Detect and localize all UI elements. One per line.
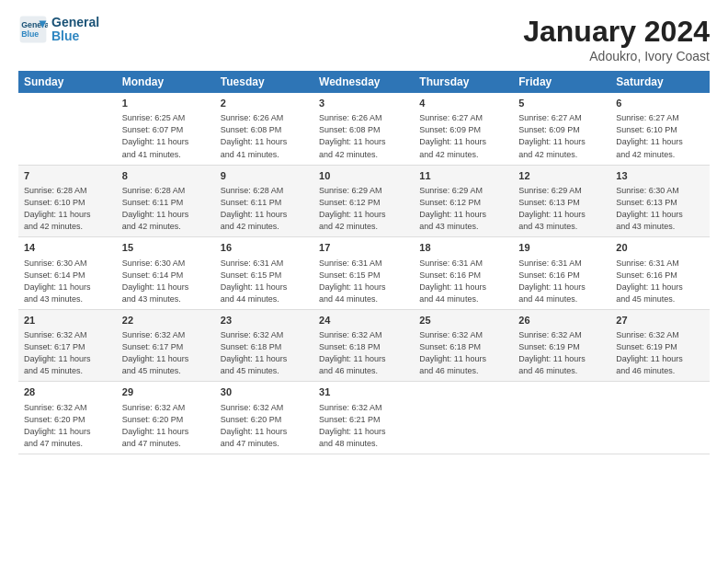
day-info: Sunrise: 6:29 AMSunset: 6:12 PMDaylight:…: [319, 185, 408, 233]
day-info: Sunrise: 6:32 AMSunset: 6:18 PMDaylight:…: [319, 329, 408, 377]
day-number: 14: [24, 241, 111, 255]
day-info: Sunrise: 6:30 AMSunset: 6:14 PMDaylight:…: [122, 258, 210, 305]
day-number: 20: [616, 241, 704, 255]
location: Adoukro, Ivory Coast: [523, 49, 710, 63]
calendar-cell: 27Sunrise: 6:32 AMSunset: 6:19 PMDayligh…: [610, 309, 710, 382]
weekday-header-wednesday: Wednesday: [313, 71, 414, 93]
calendar-cell: 21Sunrise: 6:32 AMSunset: 6:17 PMDayligh…: [18, 309, 117, 382]
day-number: 7: [24, 169, 111, 183]
day-number: 2: [221, 97, 308, 110]
day-info: Sunrise: 6:32 AMSunset: 6:19 PMDaylight:…: [616, 329, 704, 377]
calendar-cell: 1Sunrise: 6:25 AMSunset: 6:07 PMDaylight…: [117, 93, 215, 165]
day-number: 15: [122, 241, 210, 255]
day-number: 22: [122, 314, 210, 327]
day-info: Sunrise: 6:29 AMSunset: 6:13 PMDaylight:…: [518, 185, 605, 233]
weekday-header-row: SundayMondayTuesdayWednesdayThursdayFrid…: [18, 71, 710, 93]
day-number: 30: [221, 385, 308, 399]
day-info: Sunrise: 6:26 AMSunset: 6:08 PMDaylight:…: [319, 112, 408, 160]
weekday-header-thursday: Thursday: [414, 71, 513, 93]
calendar-cell: 30Sunrise: 6:32 AMSunset: 6:20 PMDayligh…: [215, 382, 313, 454]
page: General Blue General Blue January 2024 A…: [0, 0, 728, 469]
day-info: Sunrise: 6:27 AMSunset: 6:09 PMDaylight:…: [419, 112, 507, 160]
calendar-cell: 17Sunrise: 6:31 AMSunset: 6:15 PMDayligh…: [313, 237, 414, 310]
day-info: Sunrise: 6:28 AMSunset: 6:11 PMDaylight:…: [122, 185, 210, 233]
calendar-cell: 14Sunrise: 6:30 AMSunset: 6:14 PMDayligh…: [18, 237, 117, 310]
day-number: 28: [24, 385, 111, 399]
calendar-cell: 25Sunrise: 6:32 AMSunset: 6:18 PMDayligh…: [414, 309, 513, 382]
calendar-cell: 22Sunrise: 6:32 AMSunset: 6:17 PMDayligh…: [117, 309, 215, 382]
day-number: 31: [319, 385, 408, 399]
day-info: Sunrise: 6:32 AMSunset: 6:18 PMDaylight:…: [419, 329, 507, 377]
calendar-cell: 2Sunrise: 6:26 AMSunset: 6:08 PMDaylight…: [215, 93, 313, 165]
calendar-cell: 15Sunrise: 6:30 AMSunset: 6:14 PMDayligh…: [117, 237, 215, 310]
day-number: 19: [518, 241, 605, 255]
day-number: 21: [24, 314, 111, 327]
day-number: 9: [221, 169, 308, 183]
month-title: January 2024: [523, 15, 710, 49]
day-info: Sunrise: 6:31 AMSunset: 6:16 PMDaylight:…: [616, 258, 704, 305]
calendar-cell: 10Sunrise: 6:29 AMSunset: 6:12 PMDayligh…: [313, 165, 414, 237]
day-info: Sunrise: 6:28 AMSunset: 6:11 PMDaylight:…: [221, 185, 308, 233]
day-number: 4: [419, 97, 507, 110]
day-info: Sunrise: 6:27 AMSunset: 6:09 PMDaylight:…: [518, 112, 605, 160]
calendar-cell: [610, 382, 710, 454]
day-number: 1: [122, 97, 210, 110]
logo-line2: Blue: [51, 29, 99, 43]
day-info: Sunrise: 6:32 AMSunset: 6:20 PMDaylight:…: [221, 402, 308, 450]
calendar-table: SundayMondayTuesdayWednesdayThursdayFrid…: [18, 71, 710, 454]
logo-line1: General: [51, 16, 99, 29]
calendar-cell: 3Sunrise: 6:26 AMSunset: 6:08 PMDaylight…: [313, 93, 414, 165]
weekday-header-saturday: Saturday: [610, 71, 710, 93]
calendar-cell: 4Sunrise: 6:27 AMSunset: 6:09 PMDaylight…: [414, 93, 513, 165]
calendar-cell: 13Sunrise: 6:30 AMSunset: 6:13 PMDayligh…: [610, 165, 710, 237]
calendar-cell: 18Sunrise: 6:31 AMSunset: 6:16 PMDayligh…: [414, 237, 513, 310]
calendar-cell: 31Sunrise: 6:32 AMSunset: 6:21 PMDayligh…: [313, 382, 414, 454]
calendar-cell: 5Sunrise: 6:27 AMSunset: 6:09 PMDaylight…: [513, 93, 610, 165]
svg-text:Blue: Blue: [21, 29, 39, 39]
day-number: 23: [221, 314, 308, 327]
calendar-cell: 12Sunrise: 6:29 AMSunset: 6:13 PMDayligh…: [513, 165, 610, 237]
day-info: Sunrise: 6:29 AMSunset: 6:12 PMDaylight:…: [419, 185, 507, 233]
calendar-cell: 20Sunrise: 6:31 AMSunset: 6:16 PMDayligh…: [610, 237, 710, 310]
calendar-cell: 11Sunrise: 6:29 AMSunset: 6:12 PMDayligh…: [414, 165, 513, 237]
day-info: Sunrise: 6:32 AMSunset: 6:20 PMDaylight:…: [24, 402, 111, 450]
calendar-cell: [414, 382, 513, 454]
day-number: 17: [319, 241, 408, 255]
day-number: 8: [122, 169, 210, 183]
weekday-header-sunday: Sunday: [18, 71, 117, 93]
calendar-header: SundayMondayTuesdayWednesdayThursdayFrid…: [18, 71, 710, 93]
calendar-week-2: 7Sunrise: 6:28 AMSunset: 6:10 PMDaylight…: [18, 165, 710, 237]
calendar-cell: 19Sunrise: 6:31 AMSunset: 6:16 PMDayligh…: [513, 237, 610, 310]
day-info: Sunrise: 6:32 AMSunset: 6:17 PMDaylight:…: [24, 329, 111, 377]
weekday-header-monday: Monday: [117, 71, 215, 93]
calendar-week-5: 28Sunrise: 6:32 AMSunset: 6:20 PMDayligh…: [18, 382, 710, 454]
day-number: 16: [221, 241, 308, 255]
day-number: 24: [319, 314, 408, 327]
day-info: Sunrise: 6:32 AMSunset: 6:18 PMDaylight:…: [221, 329, 308, 377]
day-number: 18: [419, 241, 507, 255]
day-number: 12: [518, 169, 605, 183]
calendar-cell: 8Sunrise: 6:28 AMSunset: 6:11 PMDaylight…: [117, 165, 215, 237]
calendar-body: 1Sunrise: 6:25 AMSunset: 6:07 PMDaylight…: [18, 93, 710, 454]
day-info: Sunrise: 6:32 AMSunset: 6:20 PMDaylight:…: [122, 402, 210, 450]
logo: General Blue General Blue: [18, 15, 99, 44]
weekday-header-tuesday: Tuesday: [215, 71, 313, 93]
day-number: 10: [319, 169, 408, 183]
calendar-cell: 6Sunrise: 6:27 AMSunset: 6:10 PMDaylight…: [610, 93, 710, 165]
day-info: Sunrise: 6:27 AMSunset: 6:10 PMDaylight:…: [616, 112, 704, 160]
calendar-week-3: 14Sunrise: 6:30 AMSunset: 6:14 PMDayligh…: [18, 237, 710, 310]
header: General Blue General Blue January 2024 A…: [18, 15, 710, 63]
day-info: Sunrise: 6:31 AMSunset: 6:16 PMDaylight:…: [419, 258, 507, 305]
day-number: 13: [616, 169, 704, 183]
day-number: 29: [122, 385, 210, 399]
day-info: Sunrise: 6:31 AMSunset: 6:15 PMDaylight:…: [319, 258, 408, 305]
day-info: Sunrise: 6:26 AMSunset: 6:08 PMDaylight:…: [221, 112, 308, 160]
logo-icon: General Blue: [18, 15, 48, 44]
day-info: Sunrise: 6:30 AMSunset: 6:13 PMDaylight:…: [616, 185, 704, 233]
calendar-cell: 23Sunrise: 6:32 AMSunset: 6:18 PMDayligh…: [215, 309, 313, 382]
title-area: January 2024 Adoukro, Ivory Coast: [523, 15, 710, 63]
calendar-week-4: 21Sunrise: 6:32 AMSunset: 6:17 PMDayligh…: [18, 309, 710, 382]
calendar-cell: 24Sunrise: 6:32 AMSunset: 6:18 PMDayligh…: [313, 309, 414, 382]
calendar-cell: 29Sunrise: 6:32 AMSunset: 6:20 PMDayligh…: [117, 382, 215, 454]
weekday-header-friday: Friday: [513, 71, 610, 93]
